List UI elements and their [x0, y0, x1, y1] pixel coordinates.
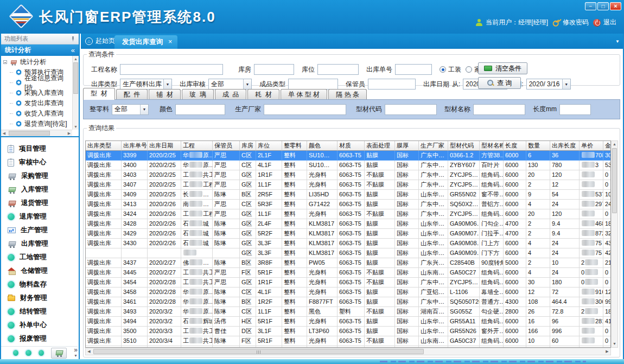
profile-code-input[interactable] — [385, 104, 437, 115]
tree-item[interactable]: 在途信息查询[待 — [2, 78, 72, 88]
column-header[interactable]: 出库日期 — [148, 141, 181, 151]
column-header[interactable]: 型材代码 — [448, 141, 480, 151]
table-horizontal-scrollbar[interactable]: ◀ ▶ — [85, 348, 611, 355]
module-dot-icon[interactable] — [39, 350, 44, 356]
collapse-icon[interactable]: « — [71, 44, 75, 56]
table-row[interactable]: 调拨出库34542020/2/28工共工程严思G区1R1F整料光身料6063-T… — [86, 278, 611, 288]
scroll-thumb[interactable] — [93, 349, 424, 354]
table-row[interactable]: G区3L3F整料KLM38176063-T5贴膜国标山东华…GA90M09…门下… — [86, 248, 611, 258]
warehouse-input[interactable] — [254, 64, 294, 75]
scroll-up-icon[interactable]: ▲ — [612, 141, 617, 148]
column-header[interactable]: 型材名称 — [480, 141, 504, 151]
material-tab[interactable]: 玻 璃 — [182, 89, 214, 100]
location-input[interactable] — [317, 64, 359, 75]
whole-piece-select[interactable]: 全部 ▼ — [112, 104, 149, 115]
order-no-input[interactable] — [395, 64, 432, 75]
close-button[interactable]: × — [610, 2, 621, 10]
table-vertical-scrollbar[interactable]: ▲ ▼ — [611, 141, 618, 348]
column-header[interactable]: 单价 — [580, 141, 603, 151]
maximize-button[interactable]: □ — [597, 2, 609, 10]
tree-item[interactable]: 采购入库查询 — [2, 88, 72, 98]
table-row[interactable]: 调拨出库34092020/2/25长…陈琳B区2R5F整料LI35HD6063-… — [86, 190, 611, 200]
sidebar-item-入库管理[interactable]: 入库管理 — [1, 183, 79, 196]
column-header[interactable]: 材质 — [338, 141, 365, 151]
table-row[interactable]: 调拨出库34582020/2/28华原…陈琳C区4L1F整料光身料6063-T5… — [86, 288, 611, 297]
table-row[interactable]: 调拨出库35102020/3/4工共工程陈琳F区5R1F整料光身料6063-T5… — [86, 336, 611, 346]
logout-button[interactable]: 退出 — [593, 18, 616, 27]
sidebar-item-审核中心[interactable]: 审核中心 — [1, 156, 79, 169]
column-header[interactable]: 工程 — [181, 141, 213, 151]
table-row[interactable]: 调拨出库34932020/3/2华原…陈琳C区1L1F整料黑色塑料不贴膜国标湖南… — [86, 307, 611, 317]
table-row[interactable]: 调拨出库35002020/3/3工共工程曹佳D区3L1F整料LT3P606063… — [86, 327, 611, 336]
column-header[interactable]: 整零料 — [282, 141, 307, 151]
column-header[interactable]: 颜色 — [307, 141, 338, 151]
table-row[interactable]: 调拨出库34032020/2/25工共工程严思G区1R1F整料光身料6063-T… — [86, 170, 611, 180]
radio-work-outfit[interactable]: 工装 — [440, 65, 461, 74]
column-header[interactable]: 数量 — [526, 141, 550, 151]
tab-close-icon[interactable]: × — [168, 35, 172, 49]
material-tab[interactable]: 耗 材 — [247, 89, 279, 100]
keeper-input[interactable] — [368, 79, 416, 90]
sidebar-item-物料盘存[interactable]: 物料盘存 — [1, 278, 79, 291]
table-row[interactable]: 调拨出库34612020/2/28华原…陈琳B区1R2F整料F8877FT606… — [86, 297, 611, 307]
material-tab[interactable]: 成 品 — [215, 89, 247, 100]
sidebar-overflow-chevron[interactable]: »▼ — [74, 348, 78, 358]
column-header[interactable]: 膜厚 — [395, 141, 419, 151]
clear-conditions-button[interactable]: 清空条件 — [478, 62, 527, 74]
change-password-button[interactable]: 修改密码 — [552, 18, 589, 27]
sidebar-item-退库管理[interactable]: 退库管理 — [1, 210, 79, 223]
sidebar-item-工地管理[interactable]: 工地管理 — [1, 251, 79, 264]
column-header[interactable]: 出库长度 — [550, 141, 580, 151]
tree-item[interactable]: 退货查询[待定] — [2, 119, 72, 129]
column-header[interactable]: 金额 — [603, 141, 611, 151]
module-dot-icon[interactable] — [13, 350, 18, 356]
material-tab[interactable]: 单 体 型 材 — [281, 89, 327, 100]
sidebar-item-财务管理[interactable]: 财务管理 — [1, 291, 79, 305]
scroll-thumb[interactable] — [612, 148, 617, 213]
material-tab[interactable]: 型 材 — [83, 88, 115, 100]
sidebar-item-生产管理[interactable]: 生产管理 — [1, 223, 79, 237]
minimize-button[interactable]: − — [585, 2, 596, 10]
table-row[interactable]: 调拨出库33992020/2/25华原…严思C区2L1F整料SU10…6063-… — [86, 151, 611, 161]
scroll-thumb[interactable] — [73, 62, 78, 94]
column-header[interactable]: 生产厂家 — [419, 141, 448, 151]
pin-icon[interactable] — [71, 36, 75, 41]
material-tab[interactable]: 隔 热 条 — [328, 89, 367, 100]
scroll-left-icon[interactable]: ◀ — [1, 130, 7, 136]
sidebar-item-补单中心[interactable]: 补单中心 — [1, 318, 79, 332]
column-header[interactable]: 出库类型 — [86, 141, 122, 151]
table-row[interactable]: 调拨出库34132020/2/26南…严思C区5R3F整料G714226063-… — [86, 200, 611, 209]
length-input[interactable] — [559, 104, 591, 115]
date-to-picker[interactable]: 2020/ 3/16 ▼ — [526, 79, 571, 90]
module-dot-icon[interactable] — [26, 350, 31, 356]
scroll-down-icon[interactable]: ▼ — [73, 124, 79, 130]
table-row[interactable]: 调拨出库34302020/2/26石城陈琳G区3L3F整料KLM38176063… — [86, 239, 611, 248]
sidebar-item-仓储管理[interactable]: 仓储管理 — [1, 264, 79, 278]
scroll-thumb[interactable] — [9, 131, 50, 136]
tab-shipment-query[interactable]: 发货出库查询 × — [114, 35, 177, 49]
scroll-left-icon[interactable]: ◀ — [86, 348, 92, 355]
column-header[interactable]: 出库单号 — [122, 141, 148, 151]
sidebar-item-项目管理[interactable]: 项目管理 — [1, 142, 79, 156]
material-tab[interactable]: 辅 材 — [149, 89, 181, 100]
tree-item[interactable]: 发货出库查询 — [2, 98, 72, 108]
stats-section-header[interactable]: 统计分析 « — [1, 44, 79, 56]
sidebar-item-结转管理[interactable]: 结转管理 — [1, 305, 79, 318]
table-row[interactable]: 调拨出库34002020/2/25华原…严思C区4L1F整料SU10…6063-… — [86, 161, 611, 170]
sidebar-item-出库管理[interactable]: 出库管理 — [1, 237, 79, 251]
column-header[interactable]: 库位 — [256, 141, 282, 151]
table-row[interactable]: 调拨出库34942020/3/2石辉城汤伟H区5R1F整料光身料6063-T5贴… — [86, 317, 611, 327]
table-row[interactable]: 调拨出库34452020/2/27工共工程严思F区5R1F整料光身料6063-T… — [86, 268, 611, 278]
table-row[interactable]: 调拨出库34282020/2/26石城陈琳G区2L4F整料KLM38176063… — [86, 219, 611, 229]
tree-horizontal-scrollbar[interactable]: ◀ ▶ — [1, 130, 72, 136]
table-row[interactable]: 调拨出库34292020/2/26石城陈琳G区5R2F整料KLM38176063… — [86, 229, 611, 239]
tree-expander-icon[interactable] — [3, 60, 7, 64]
column-header[interactable]: 长度 — [504, 141, 526, 151]
sidebar-item-采购管理[interactable]: 采购管理 — [1, 169, 79, 183]
tab-home[interactable]: ⌂ 起始页 — [85, 36, 115, 46]
profile-name-input[interactable] — [473, 104, 525, 115]
material-tab[interactable]: 配 件 — [116, 89, 148, 100]
tree-vertical-scrollbar[interactable]: ▲ ▼ — [72, 56, 79, 130]
color-input[interactable] — [175, 104, 225, 115]
module-cart-button[interactable] — [51, 348, 67, 359]
